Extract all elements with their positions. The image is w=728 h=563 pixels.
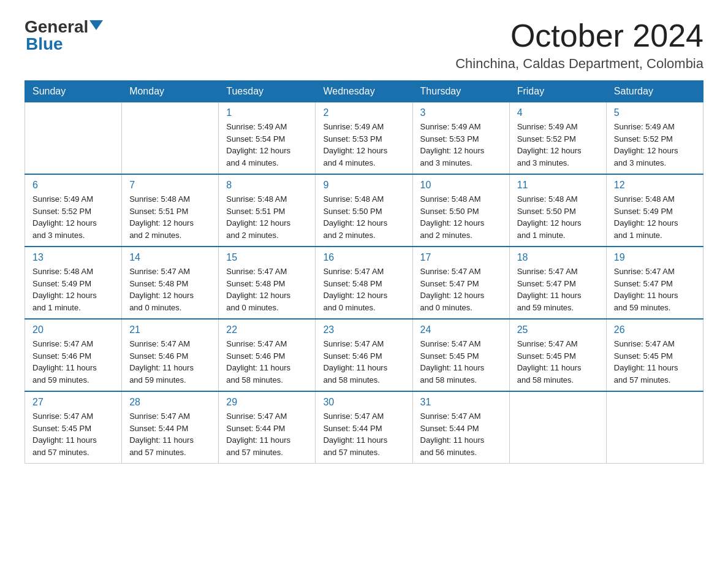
table-row: 12Sunrise: 5:48 AM Sunset: 5:49 PM Dayli… (606, 174, 703, 247)
day-info: Sunrise: 5:48 AM Sunset: 5:51 PM Dayligh… (226, 193, 308, 241)
table-row: 2Sunrise: 5:49 AM Sunset: 5:53 PM Daylig… (316, 102, 412, 175)
location-title: Chinchina, Caldas Department, Colombia (455, 56, 703, 72)
day-info: Sunrise: 5:49 AM Sunset: 5:54 PM Dayligh… (226, 121, 308, 169)
calendar-week-row: 27Sunrise: 5:47 AM Sunset: 5:45 PM Dayli… (25, 391, 703, 464)
table-row: 24Sunrise: 5:47 AM Sunset: 5:45 PM Dayli… (412, 319, 509, 391)
day-info: Sunrise: 5:47 AM Sunset: 5:44 PM Dayligh… (323, 410, 404, 458)
day-number: 7 (129, 180, 211, 191)
day-number: 6 (32, 180, 114, 191)
table-row (606, 391, 703, 464)
calendar-week-row: 6Sunrise: 5:49 AM Sunset: 5:52 PM Daylig… (25, 174, 703, 247)
day-info: Sunrise: 5:49 AM Sunset: 5:52 PM Dayligh… (614, 121, 696, 169)
table-row: 29Sunrise: 5:47 AM Sunset: 5:44 PM Dayli… (219, 391, 316, 464)
logo-blue-text: Blue (26, 36, 63, 53)
table-row: 9Sunrise: 5:48 AM Sunset: 5:50 PM Daylig… (316, 174, 412, 247)
day-info: Sunrise: 5:47 AM Sunset: 5:46 PM Dayligh… (226, 338, 308, 386)
day-number: 11 (517, 180, 599, 191)
table-row: 5Sunrise: 5:49 AM Sunset: 5:52 PM Daylig… (606, 102, 703, 175)
day-number: 14 (129, 252, 211, 263)
day-number: 16 (323, 252, 404, 263)
day-info: Sunrise: 5:47 AM Sunset: 5:46 PM Dayligh… (129, 338, 211, 386)
table-row: 26Sunrise: 5:47 AM Sunset: 5:45 PM Dayli… (606, 319, 703, 391)
day-info: Sunrise: 5:47 AM Sunset: 5:44 PM Dayligh… (226, 410, 308, 458)
table-row (509, 391, 606, 464)
table-row: 15Sunrise: 5:47 AM Sunset: 5:48 PM Dayli… (219, 247, 316, 319)
day-info: Sunrise: 5:47 AM Sunset: 5:46 PM Dayligh… (323, 338, 404, 386)
day-info: Sunrise: 5:47 AM Sunset: 5:45 PM Dayligh… (614, 338, 696, 386)
day-info: Sunrise: 5:48 AM Sunset: 5:50 PM Dayligh… (420, 193, 502, 241)
table-row: 1Sunrise: 5:49 AM Sunset: 5:54 PM Daylig… (219, 102, 316, 175)
day-number: 9 (323, 180, 404, 191)
month-title: October 2024 (455, 18, 703, 53)
header-friday: Friday (509, 81, 606, 102)
logo: General Blue (25, 18, 103, 53)
table-row: 30Sunrise: 5:47 AM Sunset: 5:44 PM Dayli… (316, 391, 412, 464)
day-number: 15 (226, 252, 308, 263)
table-row: 11Sunrise: 5:48 AM Sunset: 5:50 PM Dayli… (509, 174, 606, 247)
table-row: 14Sunrise: 5:47 AM Sunset: 5:48 PM Dayli… (122, 247, 219, 319)
day-info: Sunrise: 5:47 AM Sunset: 5:47 PM Dayligh… (420, 266, 502, 313)
header-sunday: Sunday (25, 81, 122, 102)
day-info: Sunrise: 5:47 AM Sunset: 5:48 PM Dayligh… (129, 266, 211, 313)
calendar-week-row: 20Sunrise: 5:47 AM Sunset: 5:46 PM Dayli… (25, 319, 703, 391)
day-number: 19 (614, 252, 696, 263)
table-row: 19Sunrise: 5:47 AM Sunset: 5:47 PM Dayli… (606, 247, 703, 319)
day-number: 22 (226, 324, 308, 335)
day-number: 28 (129, 397, 211, 408)
day-number: 8 (226, 180, 308, 191)
table-row: 17Sunrise: 5:47 AM Sunset: 5:47 PM Dayli… (412, 247, 509, 319)
day-number: 20 (32, 324, 114, 335)
day-number: 3 (420, 107, 502, 118)
day-info: Sunrise: 5:48 AM Sunset: 5:50 PM Dayligh… (517, 193, 599, 241)
table-row: 7Sunrise: 5:48 AM Sunset: 5:51 PM Daylig… (122, 174, 219, 247)
day-number: 18 (517, 252, 599, 263)
day-number: 17 (420, 252, 502, 263)
table-row: 8Sunrise: 5:48 AM Sunset: 5:51 PM Daylig… (219, 174, 316, 247)
table-row: 4Sunrise: 5:49 AM Sunset: 5:52 PM Daylig… (509, 102, 606, 175)
day-info: Sunrise: 5:47 AM Sunset: 5:44 PM Dayligh… (129, 410, 211, 458)
day-info: Sunrise: 5:48 AM Sunset: 5:49 PM Dayligh… (614, 193, 696, 241)
day-number: 23 (323, 324, 404, 335)
day-info: Sunrise: 5:47 AM Sunset: 5:48 PM Dayligh… (226, 266, 308, 313)
day-info: Sunrise: 5:49 AM Sunset: 5:52 PM Dayligh… (517, 121, 599, 169)
logo-general-text: General (25, 18, 88, 36)
calendar-week-row: 1Sunrise: 5:49 AM Sunset: 5:54 PM Daylig… (25, 102, 703, 175)
title-section: October 2024 Chinchina, Caldas Departmen… (455, 18, 703, 72)
day-number: 13 (32, 252, 114, 263)
table-row: 22Sunrise: 5:47 AM Sunset: 5:46 PM Dayli… (219, 319, 316, 391)
day-info: Sunrise: 5:47 AM Sunset: 5:47 PM Dayligh… (517, 266, 599, 313)
day-number: 30 (323, 397, 404, 408)
day-info: Sunrise: 5:47 AM Sunset: 5:45 PM Dayligh… (32, 410, 114, 458)
table-row: 28Sunrise: 5:47 AM Sunset: 5:44 PM Dayli… (122, 391, 219, 464)
day-info: Sunrise: 5:49 AM Sunset: 5:53 PM Dayligh… (420, 121, 502, 169)
day-info: Sunrise: 5:47 AM Sunset: 5:48 PM Dayligh… (323, 266, 404, 313)
day-info: Sunrise: 5:48 AM Sunset: 5:49 PM Dayligh… (32, 266, 114, 313)
day-number: 26 (614, 324, 696, 335)
day-info: Sunrise: 5:47 AM Sunset: 5:47 PM Dayligh… (614, 266, 696, 313)
table-row (122, 102, 219, 175)
table-row: 20Sunrise: 5:47 AM Sunset: 5:46 PM Dayli… (25, 319, 122, 391)
day-info: Sunrise: 5:49 AM Sunset: 5:53 PM Dayligh… (323, 121, 404, 169)
logo-triangle-icon (89, 20, 103, 30)
day-number: 10 (420, 180, 502, 191)
day-number: 24 (420, 324, 502, 335)
day-number: 25 (517, 324, 599, 335)
table-row: 16Sunrise: 5:47 AM Sunset: 5:48 PM Dayli… (316, 247, 412, 319)
day-number: 31 (420, 397, 502, 408)
day-number: 5 (614, 107, 696, 118)
table-row: 27Sunrise: 5:47 AM Sunset: 5:45 PM Dayli… (25, 391, 122, 464)
day-number: 21 (129, 324, 211, 335)
day-info: Sunrise: 5:47 AM Sunset: 5:45 PM Dayligh… (420, 338, 502, 386)
day-number: 2 (323, 107, 404, 118)
calendar-week-row: 13Sunrise: 5:48 AM Sunset: 5:49 PM Dayli… (25, 247, 703, 319)
day-number: 1 (226, 107, 308, 118)
header-saturday: Saturday (606, 81, 703, 102)
header-monday: Monday (122, 81, 219, 102)
day-info: Sunrise: 5:47 AM Sunset: 5:45 PM Dayligh… (517, 338, 599, 386)
day-info: Sunrise: 5:47 AM Sunset: 5:46 PM Dayligh… (32, 338, 114, 386)
table-row: 13Sunrise: 5:48 AM Sunset: 5:49 PM Dayli… (25, 247, 122, 319)
table-row: 3Sunrise: 5:49 AM Sunset: 5:53 PM Daylig… (412, 102, 509, 175)
day-headers-row: Sunday Monday Tuesday Wednesday Thursday… (25, 81, 703, 102)
header-thursday: Thursday (412, 81, 509, 102)
day-info: Sunrise: 5:48 AM Sunset: 5:51 PM Dayligh… (129, 193, 211, 241)
